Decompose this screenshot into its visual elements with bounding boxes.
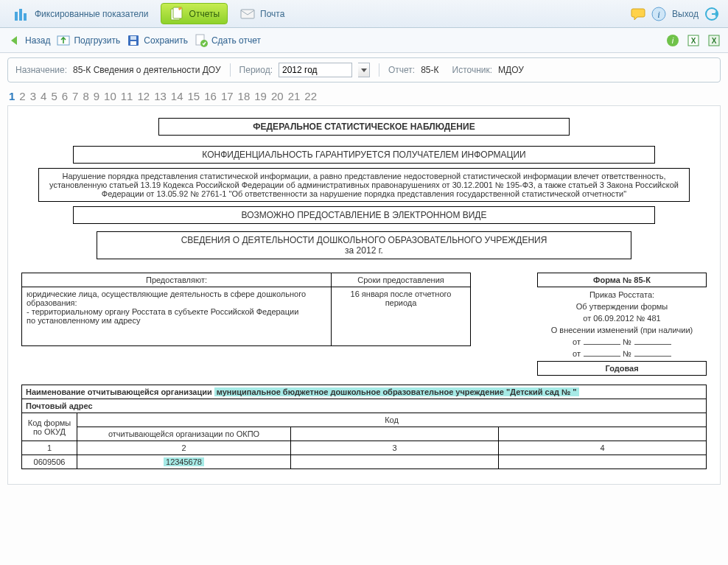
info-small-icon[interactable]: i — [666, 34, 679, 47]
svg-rect-11 — [130, 36, 136, 40]
svg-rect-12 — [130, 41, 136, 45]
page-9[interactable]: 9 — [94, 90, 99, 102]
form-num-1: № — [623, 337, 631, 346]
page-7[interactable]: 7 — [72, 90, 78, 102]
page-2[interactable]: 2 — [19, 90, 25, 102]
okud-value: 0609506 — [22, 455, 77, 469]
submit-report-button[interactable]: Сдать отчет — [194, 33, 261, 48]
divider — [230, 63, 231, 77]
doc-subject-2: за 2012 г. — [102, 245, 626, 256]
report-value: 85-К — [421, 65, 438, 75]
page-6[interactable]: 6 — [62, 90, 68, 102]
top-toolbar: Фиксированные показатели Отчеты Почта i … — [0, 0, 728, 28]
period-input[interactable] — [279, 63, 352, 77]
chat-icon[interactable] — [631, 7, 645, 21]
form-num-2: № — [623, 349, 631, 358]
svg-rect-1 — [19, 9, 22, 21]
period-dropdown-arrow[interactable] — [358, 63, 370, 77]
mail-button[interactable]: Почта — [232, 3, 292, 24]
deadline-header: Сроки предоставления — [332, 273, 471, 287]
save-button[interactable]: Сохранить — [126, 33, 188, 48]
reports-label: Отчеты — [189, 9, 220, 19]
provide-body: юридические лица, осуществляющие деятель… — [22, 287, 332, 346]
page-18[interactable]: 18 — [238, 90, 251, 102]
page-10[interactable]: 10 — [104, 90, 116, 102]
okpo-label: отчитывающейся организации по ОКПО — [77, 427, 291, 441]
org-name-value[interactable]: муниципальное бюджетное дошкольное образ… — [214, 387, 579, 396]
org-addr-label: Почтовый адрес — [22, 399, 707, 413]
page-list: 12345678910111213141516171819202122 — [0, 85, 728, 105]
doc-electronic: ВОЗМОЖНО ПРЕДОСТАВЛЕНИЕ В ЭЛЕКТРОННОМ ВИ… — [73, 206, 656, 224]
deadline-body: 16 января после отчетного периода — [332, 287, 471, 346]
form-from-1: от — [573, 337, 581, 346]
page-8[interactable]: 8 — [83, 90, 88, 102]
source-label: Источник: — [452, 65, 493, 75]
page-20[interactable]: 20 — [271, 90, 284, 102]
save-label: Сохранить — [144, 35, 188, 46]
arrow-left-icon — [7, 33, 22, 48]
col-4: 4 — [499, 441, 707, 455]
page-17[interactable]: 17 — [221, 90, 234, 102]
purpose-value: 85-К Сведения о деятельности ДОУ — [73, 65, 221, 75]
page-15[interactable]: 15 — [188, 90, 200, 102]
info-icon[interactable]: i — [651, 7, 666, 21]
page-13[interactable]: 13 — [154, 90, 167, 102]
svg-rect-2 — [24, 13, 27, 21]
svg-text:X: X — [712, 37, 717, 45]
organization-table: Наименование отчитывающейся организации … — [21, 385, 707, 469]
form-from-2: от — [573, 349, 581, 358]
page-22[interactable]: 22 — [304, 90, 317, 102]
doc-violation: Нарушение порядка представления статисти… — [38, 168, 690, 202]
bar-chart-icon — [14, 6, 30, 22]
submit-icon — [194, 33, 209, 48]
okpo-value[interactable]: 12345678 — [164, 457, 204, 466]
page-12[interactable]: 12 — [137, 90, 150, 102]
excel-icon[interactable]: X — [687, 34, 700, 47]
page-4[interactable]: 4 — [41, 90, 46, 102]
svg-rect-0 — [15, 12, 18, 21]
page-19[interactable]: 19 — [254, 90, 267, 102]
form-line1: Приказ Росстата: — [537, 290, 707, 299]
divider — [379, 63, 379, 77]
reports-button[interactable]: Отчеты — [161, 3, 228, 24]
exit-icon[interactable] — [704, 7, 719, 21]
okud-label: Код формы по ОКУД — [22, 413, 77, 441]
action-toolbar: Назад Подгрузить Сохранить Сдать отчет i… — [0, 28, 728, 53]
form-annual: Годовая — [537, 361, 707, 376]
provide-header: Предоставляют: — [22, 273, 332, 287]
back-label: Назад — [25, 35, 50, 46]
report-meta-panel: Назначение: 85-К Сведения о деятельности… — [7, 57, 721, 83]
form-line3: от 06.09.2012 № 481 — [537, 314, 707, 323]
page-21[interactable]: 21 — [288, 90, 301, 102]
form-head: Форма № 85-К — [537, 273, 707, 287]
back-button[interactable]: Назад — [7, 33, 50, 48]
doc-subject-1: СВЕДЕНИЯ О ДЕЯТЕЛЬНОСТИ ДОШКОЛЬНОГО ОБРА… — [102, 235, 626, 245]
fixed-metrics-button[interactable]: Фиксированные показатели — [7, 3, 156, 24]
mail-label: Почта — [260, 9, 284, 19]
page-1[interactable]: 1 — [9, 90, 15, 102]
svg-text:X: X — [691, 37, 696, 45]
page-3[interactable]: 3 — [30, 90, 36, 102]
form-line4: О внесении изменений (при наличии) — [537, 326, 707, 334]
period-label: Период: — [239, 65, 273, 75]
page-11[interactable]: 11 — [121, 90, 133, 102]
document-area: ФЕДЕРАЛЬНОЕ СТАТИСТИЧЕСКОЕ НАБЛЮДЕНИЕ КО… — [7, 105, 721, 485]
col-3: 3 — [291, 441, 499, 455]
purpose-label: Назначение: — [15, 65, 67, 75]
svg-text:i: i — [657, 9, 660, 20]
reports-icon — [169, 6, 185, 22]
page-14[interactable]: 14 — [171, 90, 183, 102]
form-info-box: Форма № 85-К Приказ Росстата: Об утвержд… — [537, 273, 707, 376]
excel-alt-icon[interactable]: X — [707, 34, 721, 47]
upload-label: Подгрузить — [74, 35, 120, 46]
submission-table: Предоставляют: Сроки предоставления юрид… — [21, 273, 471, 346]
upload-button[interactable]: Подгрузить — [56, 33, 120, 48]
fixed-metrics-label: Фиксированные показатели — [35, 9, 149, 19]
form-line2: Об утверждении формы — [537, 302, 707, 311]
doc-title: ФЕДЕРАЛЬНОЕ СТАТИСТИЧЕСКОЕ НАБЛЮДЕНИЕ — [158, 118, 570, 136]
svg-rect-5 — [241, 10, 254, 18]
source-value: МДОУ — [498, 65, 524, 75]
save-icon — [126, 33, 141, 48]
page-5[interactable]: 5 — [51, 90, 57, 102]
page-16[interactable]: 16 — [204, 90, 217, 102]
